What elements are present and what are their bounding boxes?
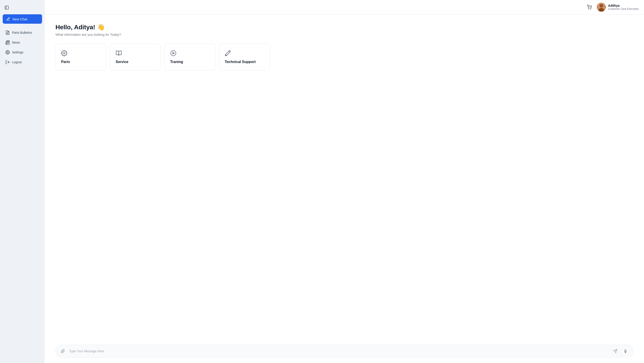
book-icon (116, 50, 122, 56)
cart-button[interactable] (585, 3, 593, 11)
chat-input-area (45, 341, 644, 363)
svg-point-11 (64, 52, 65, 54)
training-card-label: Traning (170, 60, 210, 64)
document-icon (5, 30, 10, 35)
cards-grid: Parts Service Traning (56, 43, 270, 70)
sidebar-item-settings[interactable]: Settings (3, 48, 42, 57)
user-role: Customer Care Executive (608, 7, 639, 10)
sidebar-item-parts-bulletins[interactable]: Parts Bulletins (3, 28, 42, 37)
svg-point-6 (588, 9, 589, 9)
user-info: Adithya Customer Care Executive (608, 4, 639, 10)
mic-icon (624, 349, 628, 353)
greeting-text: Hello, Aditya! 👋 (56, 23, 633, 31)
paperclip-icon (60, 349, 65, 354)
attach-button[interactable] (59, 348, 66, 355)
svg-point-12 (170, 50, 176, 56)
svg-point-9 (600, 4, 603, 7)
play-icon (170, 50, 176, 56)
sidebar-toggle[interactable] (3, 3, 11, 12)
chat-input[interactable] (69, 349, 609, 353)
service-card-label: Service (116, 60, 156, 64)
gear-icon (61, 50, 67, 56)
technical-support-card-label: Technical Support (225, 60, 264, 64)
card-service[interactable]: Service (110, 43, 161, 70)
subtitle-text: What information are you looking for Tod… (56, 33, 633, 36)
logout-icon (5, 60, 10, 64)
new-chat-label: New Chat (12, 17, 27, 21)
new-chat-button[interactable]: New Chat (3, 14, 42, 24)
sidebar-toggle-icon (4, 5, 9, 10)
send-icon (613, 349, 618, 354)
sidebar-item-logout[interactable]: Logout (3, 58, 42, 67)
sidebar-item-news[interactable]: News (3, 38, 42, 47)
avatar-image (597, 3, 605, 12)
settings-label: Settings (12, 50, 24, 54)
tools-icon (225, 50, 231, 56)
svg-rect-0 (5, 6, 8, 9)
chat-input-wrapper (56, 345, 633, 358)
main-content: Adithya Customer Care Executive Hello, A… (45, 0, 644, 363)
card-parts[interactable]: Parts (56, 43, 106, 70)
user-profile[interactable]: Adithya Customer Care Executive (597, 3, 639, 12)
parts-card-label: Parts (61, 60, 101, 64)
settings-icon (5, 50, 10, 54)
new-chat-icon (6, 17, 10, 21)
send-button[interactable] (612, 348, 619, 355)
news-label: News (12, 41, 20, 44)
card-training[interactable]: Traning (164, 43, 216, 70)
svg-marker-13 (173, 52, 174, 54)
svg-point-4 (7, 52, 8, 53)
news-icon (5, 40, 10, 45)
sidebar: New Chat Parts Bulletins News Settings (0, 0, 45, 363)
content-area: Hello, Aditya! 👋 What information are yo… (45, 14, 644, 341)
cart-icon (587, 5, 592, 9)
avatar (597, 3, 606, 12)
mic-button[interactable] (622, 347, 630, 355)
svg-point-7 (591, 9, 591, 9)
header: Adithya Customer Care Executive (45, 0, 644, 14)
logout-label: Logout (12, 60, 22, 64)
user-name: Adithya (608, 4, 639, 7)
card-technical-support[interactable]: Technical Support (219, 43, 270, 70)
parts-bulletins-label: Parts Bulletins (12, 31, 32, 34)
